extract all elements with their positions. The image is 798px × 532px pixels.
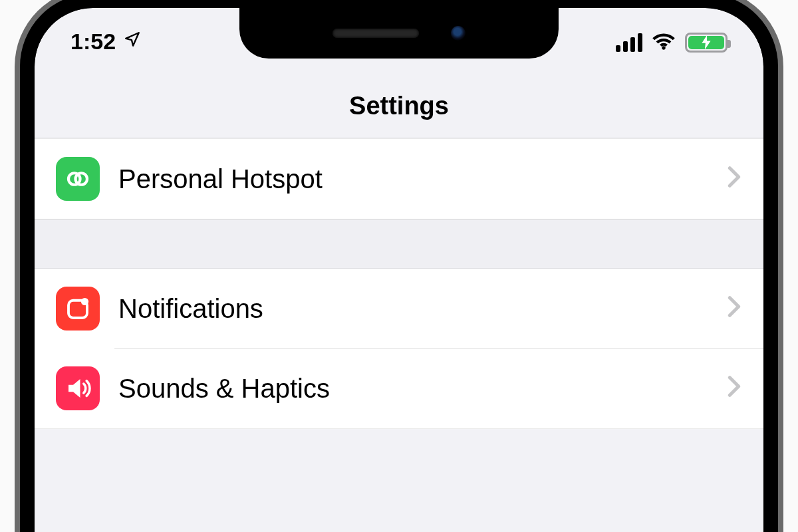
location-services-icon xyxy=(124,27,141,53)
status-time: 1:52 xyxy=(70,29,116,55)
row-label: Notifications xyxy=(118,294,709,324)
navbar: Settings xyxy=(35,74,763,138)
row-sounds-haptics[interactable]: Sounds & Haptics xyxy=(35,348,763,428)
wifi-icon xyxy=(652,30,676,56)
cellular-signal-icon xyxy=(616,33,642,52)
earpiece-speaker xyxy=(332,29,419,38)
screen: 1:52 xyxy=(35,8,763,532)
row-label: Personal Hotspot xyxy=(118,164,709,194)
battery-charging-icon xyxy=(685,33,728,53)
notch xyxy=(239,8,559,59)
chevron-right-icon xyxy=(728,294,741,324)
row-notifications[interactable]: Notifications xyxy=(35,269,763,348)
group-spacer xyxy=(35,219,763,269)
settings-group-connectivity: Personal Hotspot xyxy=(35,138,763,219)
front-camera xyxy=(451,26,466,41)
phone-frame: 1:52 xyxy=(20,0,778,532)
notifications-icon xyxy=(56,287,100,331)
svg-point-3 xyxy=(81,298,88,305)
page-title: Settings xyxy=(349,92,449,120)
row-label: Sounds & Haptics xyxy=(118,374,709,404)
chevron-right-icon xyxy=(728,164,741,194)
sounds-icon xyxy=(56,366,100,410)
personal-hotspot-icon xyxy=(56,157,100,201)
chevron-right-icon xyxy=(728,374,741,404)
row-personal-hotspot[interactable]: Personal Hotspot xyxy=(35,139,763,219)
settings-group-alerts: Notifications Sounds & Haptics xyxy=(35,269,763,429)
